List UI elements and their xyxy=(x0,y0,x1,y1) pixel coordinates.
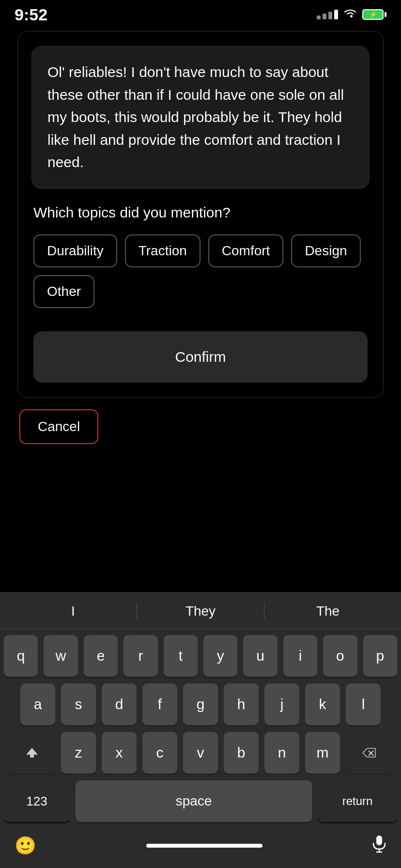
suggestion-3[interactable]: The xyxy=(264,604,391,619)
topic-other[interactable]: Other xyxy=(33,275,94,308)
key-row-2: a s d f g h j k l xyxy=(4,683,397,725)
review-card: Ol' reliables! I don't have much to say … xyxy=(31,46,370,189)
key-v[interactable]: v xyxy=(183,732,218,774)
signal-icon xyxy=(317,10,338,19)
key-123[interactable]: 123 xyxy=(4,780,70,822)
svg-rect-2 xyxy=(376,836,382,845)
topic-comfort[interactable]: Comfort xyxy=(208,234,284,267)
topic-traction[interactable]: Traction xyxy=(125,234,200,267)
topics-row: Durability Traction Comfort Design xyxy=(33,234,368,267)
key-row-3: z x c v b n m xyxy=(4,732,397,774)
suggestion-2[interactable]: They xyxy=(137,604,264,619)
key-j[interactable]: j xyxy=(264,683,299,725)
main-content: Ol' reliables! I don't have much to say … xyxy=(0,26,401,454)
keyboard-extras: 🙂 xyxy=(0,830,401,868)
key-e[interactable]: e xyxy=(84,635,118,677)
wifi-icon xyxy=(343,8,357,21)
topics-row-2: Other xyxy=(33,275,368,308)
status-bar: 9:52 ⚡ xyxy=(0,0,401,26)
keyboard-bottom-row: 123 space return xyxy=(0,776,401,830)
key-n[interactable]: n xyxy=(264,732,299,774)
key-x[interactable]: x xyxy=(102,732,137,774)
keyboard: I They The q w e r t y u i o p a s d f g… xyxy=(0,592,401,868)
key-s[interactable]: s xyxy=(61,683,96,725)
topic-design[interactable]: Design xyxy=(291,234,360,267)
key-m[interactable]: m xyxy=(305,732,340,774)
key-y[interactable]: y xyxy=(203,635,237,677)
backspace-key[interactable] xyxy=(346,732,392,774)
microphone-button[interactable] xyxy=(372,835,386,856)
modal-container: Ol' reliables! I don't have much to say … xyxy=(17,31,384,398)
confirm-button[interactable]: Confirm xyxy=(33,331,368,383)
question-section: Which topics did you mention? Durability… xyxy=(31,204,370,383)
keyboard-rows: q w e r t y u i o p a s d f g h j k l xyxy=(0,629,401,776)
key-g[interactable]: g xyxy=(183,683,218,725)
keyboard-suggestions: I They The xyxy=(0,598,401,629)
review-text: Ol' reliables! I don't have much to say … xyxy=(47,61,354,174)
key-o[interactable]: o xyxy=(323,635,357,677)
key-l[interactable]: l xyxy=(346,683,381,725)
space-key[interactable]: space xyxy=(76,780,312,822)
status-time: 9:52 xyxy=(15,5,47,24)
key-u[interactable]: u xyxy=(243,635,277,677)
key-b[interactable]: b xyxy=(224,732,259,774)
home-bar xyxy=(146,844,262,848)
key-a[interactable]: a xyxy=(20,683,55,725)
key-k[interactable]: k xyxy=(305,683,340,725)
question-label: Which topics did you mention? xyxy=(33,204,368,221)
suggestion-1[interactable]: I xyxy=(10,604,137,619)
key-f[interactable]: f xyxy=(142,683,177,725)
key-w[interactable]: w xyxy=(44,635,77,677)
key-d[interactable]: d xyxy=(102,683,137,725)
key-p[interactable]: p xyxy=(363,635,397,677)
emoji-button[interactable]: 🙂 xyxy=(15,836,36,856)
key-z[interactable]: z xyxy=(61,732,96,774)
key-row-1: q w e r t y u i o p xyxy=(4,635,397,677)
return-key[interactable]: return xyxy=(318,780,397,822)
battery-icon: ⚡ xyxy=(362,9,386,20)
key-h[interactable]: h xyxy=(224,683,259,725)
cancel-button[interactable]: Cancel xyxy=(19,409,98,444)
topic-durability[interactable]: Durability xyxy=(33,234,117,267)
shift-key[interactable] xyxy=(9,732,55,774)
status-icons: ⚡ xyxy=(317,8,386,21)
key-q[interactable]: q xyxy=(4,635,38,677)
key-c[interactable]: c xyxy=(142,732,177,774)
key-r[interactable]: r xyxy=(123,635,157,677)
key-t[interactable]: t xyxy=(164,635,198,677)
key-i[interactable]: i xyxy=(283,635,317,677)
